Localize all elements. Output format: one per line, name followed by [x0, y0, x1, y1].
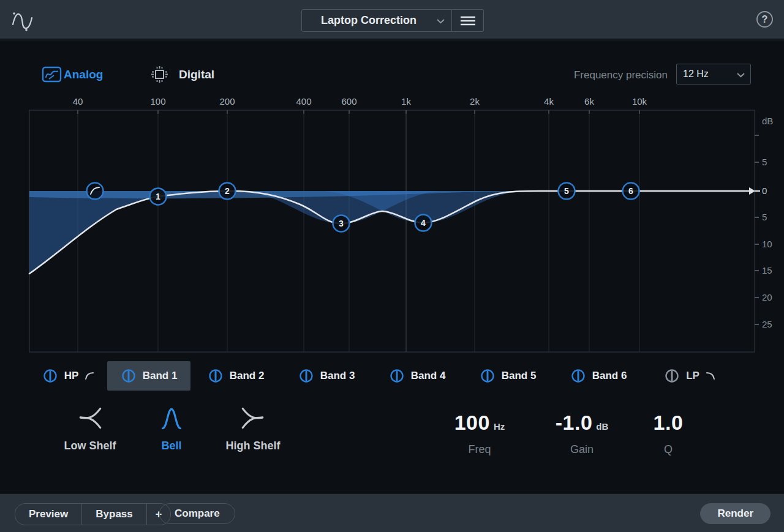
band-tab-band-1[interactable]: Band 1 [107, 361, 190, 391]
preset-menu-button[interactable] [452, 9, 484, 32]
chevron-down-icon [437, 19, 445, 24]
curve-end-marker [749, 187, 755, 195]
power-icon[interactable] [298, 368, 314, 384]
band-tab-label: Band 5 [502, 370, 537, 382]
eq-node-number: 2 [225, 186, 230, 196]
band-tab-band-4[interactable]: Band 4 [372, 361, 462, 391]
freq-tick-label: 200 [219, 96, 235, 107]
shape-label: High Shelf [226, 440, 281, 452]
band-tab-label: Band 2 [230, 370, 265, 382]
band-tab-label: Band 1 [143, 370, 178, 382]
param-label: Gain [556, 443, 609, 456]
power-icon[interactable] [42, 368, 58, 384]
eq-node-1[interactable]: 1 [150, 189, 167, 205]
eq-node-3[interactable]: 3 [333, 215, 350, 232]
freq-tick-label: 4k [544, 96, 554, 107]
power-icon[interactable] [208, 368, 224, 384]
param-value[interactable]: -1.0 [556, 411, 593, 435]
digital-mode-icon[interactable] [149, 64, 170, 84]
eq-plot: 401002004006001k2k4k6k10kdB5051015202512… [0, 0, 784, 404]
power-icon[interactable] [570, 368, 586, 384]
power-icon[interactable] [121, 368, 137, 384]
analog-mode-label[interactable]: Analog [64, 68, 103, 81]
eq-node-6[interactable]: 6 [623, 183, 639, 200]
param-q[interactable]: 1.0Q [654, 411, 684, 456]
frequency-precision-value: 12 Hz [683, 69, 709, 80]
param-unit: dB [596, 421, 608, 432]
shape-low-shelf-button[interactable]: Low Shelf [47, 404, 133, 452]
transport-button-group: Preview Bypass + [15, 503, 171, 525]
frequency-precision-dropdown[interactable]: 12 Hz [676, 64, 751, 84]
power-icon[interactable] [664, 368, 680, 384]
band-tab-label: HP [64, 370, 79, 382]
freq-tick-label: 600 [341, 96, 356, 107]
band-tab-lp[interactable]: LP [644, 361, 736, 391]
compare-button[interactable]: Compare [159, 503, 235, 524]
freq-tick-label: 100 [150, 96, 165, 107]
db-tick-label: 25 [762, 319, 772, 329]
db-tick-label: 15 [762, 265, 772, 275]
bottom-toolbar: Preview Bypass + Compare Render [0, 493, 784, 532]
bypass-button[interactable]: Bypass [81, 504, 146, 525]
band-tabs: HPBand 1Band 2Band 3Band 4Band 5Band 6LP [0, 361, 784, 391]
low-shelf-icon [76, 404, 104, 432]
eq-node-5[interactable]: 5 [559, 183, 575, 200]
render-button[interactable]: Render [700, 503, 771, 524]
help-glyph: ? [762, 14, 768, 25]
param-gain[interactable]: -1.0dBGain [556, 411, 609, 456]
param-label: Q [654, 443, 684, 456]
eq-node-number: 4 [421, 218, 426, 228]
band-tab-band-3[interactable]: Band 3 [281, 361, 372, 391]
band-tab-label: Band 3 [320, 370, 355, 382]
eq-node-2[interactable]: 2 [219, 183, 236, 200]
eq-node-number: 3 [339, 219, 344, 228]
band-tab-label: Band 4 [411, 370, 446, 382]
shape-label: Low Shelf [64, 440, 116, 452]
help-button[interactable]: ? [756, 11, 773, 28]
db-tick-label: 5 [762, 212, 767, 222]
band-tab-band-5[interactable]: Band 5 [462, 361, 553, 391]
eq-node-number: 1 [156, 192, 160, 201]
preset-control: Laptop Correction [301, 9, 484, 32]
preview-button[interactable]: Preview [15, 504, 81, 525]
eq-node-4[interactable]: 4 [415, 215, 432, 231]
power-icon[interactable] [480, 368, 496, 384]
digital-mode-label[interactable]: Digital [179, 68, 214, 81]
band-tab-band-2[interactable]: Band 2 [190, 361, 281, 391]
param-unit: Hz [494, 421, 505, 432]
freq-tick-label: 2k [470, 96, 480, 107]
bell-icon [157, 404, 186, 432]
freq-tick-label: 1k [401, 96, 411, 107]
hp-curve-icon [85, 372, 94, 380]
freq-tick-label: 10k [632, 96, 647, 107]
preset-name: Laptop Correction [321, 14, 432, 27]
db-axis-unit: dB [762, 116, 773, 126]
shape-label: Bell [161, 440, 181, 452]
db-tick-label: 20 [762, 292, 772, 302]
eq-node-hp[interactable] [87, 183, 104, 200]
shape-high-shelf-button[interactable]: High Shelf [210, 404, 296, 452]
app-logo-icon [9, 6, 37, 34]
db-tick-label: 5 [762, 157, 767, 167]
preset-selector[interactable]: Laptop Correction [301, 9, 452, 32]
hamburger-menu-icon [461, 16, 475, 26]
band-tab-label: LP [686, 370, 699, 382]
band-tab-band-6[interactable]: Band 6 [553, 361, 644, 391]
db-tick-label: 10 [762, 239, 772, 249]
shape-bell-button[interactable]: Bell [129, 404, 214, 452]
param-freq[interactable]: 100HzFreq [454, 411, 505, 456]
high-shelf-icon [239, 404, 267, 432]
eq-fill-band1-strip [29, 191, 534, 198]
eq-node-circle [87, 183, 104, 200]
chevron-down-icon [737, 73, 745, 78]
eq-response-curve [29, 191, 750, 274]
power-icon[interactable] [389, 368, 405, 384]
analog-mode-icon[interactable] [42, 64, 62, 84]
freq-tick-label: 400 [296, 96, 311, 107]
param-value[interactable]: 100 [454, 411, 490, 435]
band-tab-hp[interactable]: HP [29, 361, 107, 391]
eq-fill-hp-region [29, 191, 227, 274]
param-value[interactable]: 1.0 [654, 411, 684, 435]
freq-tick-label: 40 [73, 96, 83, 107]
eq-node-number: 6 [628, 186, 633, 196]
